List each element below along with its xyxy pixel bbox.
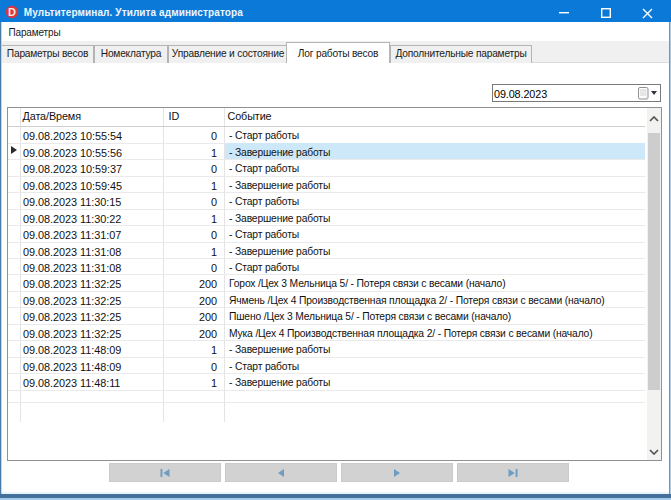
svg-text:D: D bbox=[8, 7, 16, 19]
